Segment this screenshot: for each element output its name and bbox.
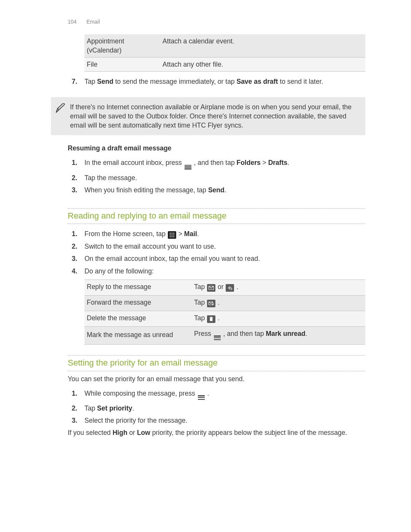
svg-rect-5: [173, 235, 174, 235]
text: priority, the priority appears below the…: [150, 429, 347, 436]
list-item: Tap Set priority.: [79, 404, 365, 413]
text: .: [236, 283, 238, 291]
svg-rect-12: [210, 317, 213, 318]
list-item: Tap the message.: [79, 173, 365, 182]
bold-send: Send: [97, 78, 113, 85]
svg-rect-4: [172, 235, 172, 235]
action-label: Delete the message: [84, 311, 192, 326]
page-content: Appointment (vCalendar) Attach a calenda…: [68, 34, 365, 438]
list-item: While composing the message, press .: [79, 389, 365, 401]
svg-rect-11: [210, 318, 213, 321]
menu-icon: [198, 395, 205, 401]
text: When you finish editing the message, tap: [84, 186, 208, 194]
page-number: 104: [68, 19, 76, 25]
bold-mark-unread: Mark unread: [266, 330, 305, 337]
action-desc: Tap .: [192, 311, 365, 326]
text: or: [127, 429, 137, 436]
bold-drafts: Drafts: [268, 159, 288, 166]
action-label: Mark the message as unread: [84, 326, 192, 344]
apps-grid-icon: [168, 231, 176, 239]
svg-rect-0: [170, 233, 170, 233]
reply-all-icon: [226, 284, 234, 292]
attach-desc: Attach a calendar event.: [160, 34, 365, 58]
table-row: File Attach any other file.: [84, 58, 365, 72]
action-desc: Press , and then tap Mark unread.: [192, 326, 365, 344]
text: .: [305, 330, 307, 337]
actions-table: Reply to the message Tap or . Forward th…: [84, 280, 365, 345]
svg-rect-6: [170, 236, 170, 237]
step-7: Tap Send to send the message immediately…: [79, 77, 365, 86]
bold-folders: Folders: [236, 159, 260, 166]
text: Tap: [84, 404, 97, 412]
bold-set-priority: Set priority: [97, 404, 132, 412]
svg-rect-2: [173, 233, 174, 233]
text: >: [261, 159, 268, 166]
text: Tap: [84, 78, 97, 85]
resume-list: In the email account inbox, press , and …: [68, 158, 365, 195]
attach-label: File: [84, 58, 160, 72]
attach-table: Appointment (vCalendar) Attach a calenda…: [84, 34, 365, 72]
list-item: In the email account inbox, press , and …: [79, 158, 365, 170]
text: .: [287, 159, 289, 166]
menu-icon: [214, 335, 221, 341]
text: , and then tap: [223, 330, 266, 337]
svg-rect-7: [172, 236, 172, 237]
subhead-resuming: Resuming a draft email message: [68, 144, 365, 153]
text: Tap: [194, 283, 207, 291]
text: .: [197, 230, 199, 238]
table-row: Forward the message Tap .: [84, 295, 365, 311]
text: or: [218, 283, 225, 291]
reply-icon: [207, 284, 215, 292]
table-row: Reply to the message Tap or .: [84, 280, 365, 295]
note-text: If there's no Internet connection availa…: [70, 102, 358, 130]
svg-rect-13: [211, 316, 212, 317]
text: If you selected: [68, 429, 113, 436]
list-item: Do any of the following:: [79, 267, 365, 276]
text: , and then tap: [194, 159, 237, 166]
text: .: [207, 390, 209, 397]
table-row: Appointment (vCalendar) Attach a calenda…: [84, 34, 365, 58]
pencil-icon: [55, 102, 70, 130]
text: Tap: [194, 314, 207, 322]
bold-save-draft: Save as draft: [236, 78, 278, 85]
page-section: Email: [86, 19, 100, 25]
text: Tap: [194, 299, 207, 306]
action-desc: Tap or .: [192, 280, 365, 295]
attach-desc: Attach any other file.: [160, 58, 365, 72]
text: to send the message immediately, or tap: [113, 78, 237, 85]
forward-icon: [207, 300, 215, 307]
text: .: [225, 186, 226, 194]
svg-rect-1: [172, 233, 172, 233]
action-label: Forward the message: [84, 295, 192, 311]
bold-low: Low: [137, 429, 150, 436]
text: Press: [194, 330, 213, 337]
action-label: Reply to the message: [84, 280, 192, 295]
note-airplane: If there's no Internet connection availa…: [51, 97, 365, 135]
text: .: [218, 299, 220, 306]
section-divider: Setting the priority for an email messag…: [68, 355, 365, 371]
priority-list: While composing the message, press . Tap…: [68, 389, 365, 425]
bold-mail: Mail: [184, 230, 197, 238]
text: .: [132, 404, 134, 412]
text: While composing the message, press: [84, 390, 197, 397]
section-title-priority: Setting the priority for an email messag…: [68, 357, 365, 369]
svg-rect-8: [173, 236, 174, 237]
list-item: From the Home screen, tap > Mail.: [79, 229, 365, 239]
bold-send: Send: [208, 186, 225, 194]
priority-closing: If you selected High or Low priority, th…: [68, 428, 365, 437]
list-item: On the email account inbox, tap the emai…: [79, 254, 365, 263]
priority-intro: You can set the priority for an email me…: [68, 374, 365, 383]
list-item: When you finish editing the message, tap…: [79, 185, 365, 195]
running-header: 104 Email: [68, 18, 100, 26]
text: >: [178, 230, 184, 238]
section-divider: Reading and replying to an email message: [68, 208, 365, 224]
section-title-reading: Reading and replying to an email message: [68, 210, 365, 222]
trash-icon: [207, 315, 215, 323]
svg-rect-3: [170, 235, 170, 235]
text: to send it later.: [278, 78, 323, 85]
manual-page: 104 Email Appointment (vCalendar) Attach…: [0, 0, 411, 532]
list-item: Switch to the email account you want to …: [79, 242, 365, 251]
action-desc: Tap .: [192, 295, 365, 311]
table-row: Mark the message as unread Press , and t…: [84, 326, 365, 344]
list-item: Select the priority for the message.: [79, 416, 365, 425]
